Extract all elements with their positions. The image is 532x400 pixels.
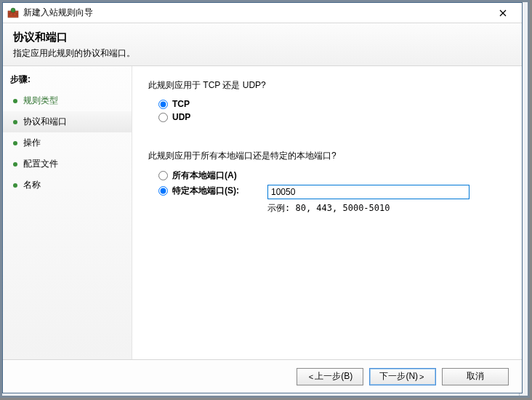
step-label: 协议和端口 [23, 116, 67, 128]
back-button[interactable]: < 上一步(B) [297, 368, 363, 385]
step-action[interactable]: 操作 [3, 132, 132, 153]
close-button[interactable] [488, 4, 517, 23]
protocol-question: 此规则应用于 TCP 还是 UDP? [148, 79, 506, 92]
step-protocol-ports[interactable]: 协议和端口 [3, 111, 132, 132]
wizard-body: 步骤: 规则类型 协议和端口 操作 配置文件 名称 此规 [3, 66, 522, 359]
step-bullet-icon [13, 99, 17, 103]
protocol-tcp-label[interactable]: TCP [172, 99, 190, 109]
titlebar-text: 新建入站规则向导 [23, 7, 488, 19]
step-bullet-icon [13, 162, 17, 167]
specific-ports-input[interactable] [267, 185, 469, 199]
wizard-footer: < 上一步(B) 下一步(N) > 取消 [3, 359, 522, 393]
step-bullet-icon [13, 141, 17, 145]
page-subtitle: 指定应用此规则的协议和端口。 [13, 47, 512, 60]
specific-ports-label[interactable]: 特定本地端口(S): [172, 185, 239, 197]
page-title: 协议和端口 [13, 31, 512, 44]
step-profile[interactable]: 配置文件 [3, 153, 132, 175]
ports-example-label: 示例: 80, 443, 5000-5010 [267, 202, 506, 215]
step-label: 规则类型 [23, 95, 58, 107]
next-button[interactable]: 下一步(N) > [369, 368, 436, 385]
chevron-right-icon: > [419, 372, 424, 381]
all-ports-radio[interactable] [158, 171, 168, 180]
specific-ports-radio[interactable] [158, 186, 168, 196]
step-bullet-icon [13, 120, 17, 124]
all-ports-label[interactable]: 所有本地端口(A) [172, 169, 237, 182]
protocol-udp-label[interactable]: UDP [172, 112, 190, 122]
dialog-outer-frame: 新建入站规则向导 协议和端口 指定应用此规则的协议和端口。 步骤: 规则类型 协… [0, 0, 530, 398]
steps-sidebar: 步骤: 规则类型 协议和端口 操作 配置文件 名称 [3, 66, 132, 359]
step-name[interactable]: 名称 [3, 175, 132, 196]
steps-heading: 步骤: [3, 71, 132, 90]
titlebar: 新建入站规则向导 [3, 3, 522, 23]
protocol-tcp-radio[interactable] [158, 100, 168, 109]
new-inbound-rule-wizard: 新建入站规则向导 协议和端口 指定应用此规则的协议和端口。 步骤: 规则类型 协… [2, 2, 523, 393]
protocol-udp-radio[interactable] [158, 113, 168, 122]
close-icon [499, 9, 507, 17]
specific-ports-row[interactable]: 特定本地端口(S): 示例: 80, 443, 5000-5010 [158, 185, 506, 215]
protocol-udp-row[interactable]: UDP [158, 112, 506, 122]
protocol-tcp-row[interactable]: TCP [158, 99, 506, 109]
step-label: 配置文件 [23, 158, 58, 170]
wizard-content: 此规则应用于 TCP 还是 UDP? TCP UDP 此规则应用于所有本地端口还… [132, 66, 522, 359]
wizard-header: 协议和端口 指定应用此规则的协议和端口。 [3, 23, 522, 66]
cancel-button-label: 取消 [467, 370, 484, 383]
back-button-label: 上一步(B) [315, 370, 352, 383]
chevron-left-icon: < [309, 372, 313, 381]
step-label: 名称 [23, 179, 41, 191]
next-button-label: 下一步(N) [379, 370, 418, 383]
step-rule-type[interactable]: 规则类型 [3, 90, 132, 111]
ports-question: 此规则应用于所有本地端口还是特定的本地端口? [148, 150, 506, 162]
step-label: 操作 [23, 137, 41, 149]
all-ports-row[interactable]: 所有本地端口(A) [158, 169, 506, 182]
cancel-button[interactable]: 取消 [442, 368, 509, 385]
step-bullet-icon [13, 183, 17, 188]
firewall-icon [7, 7, 19, 19]
svg-point-8 [11, 8, 15, 12]
